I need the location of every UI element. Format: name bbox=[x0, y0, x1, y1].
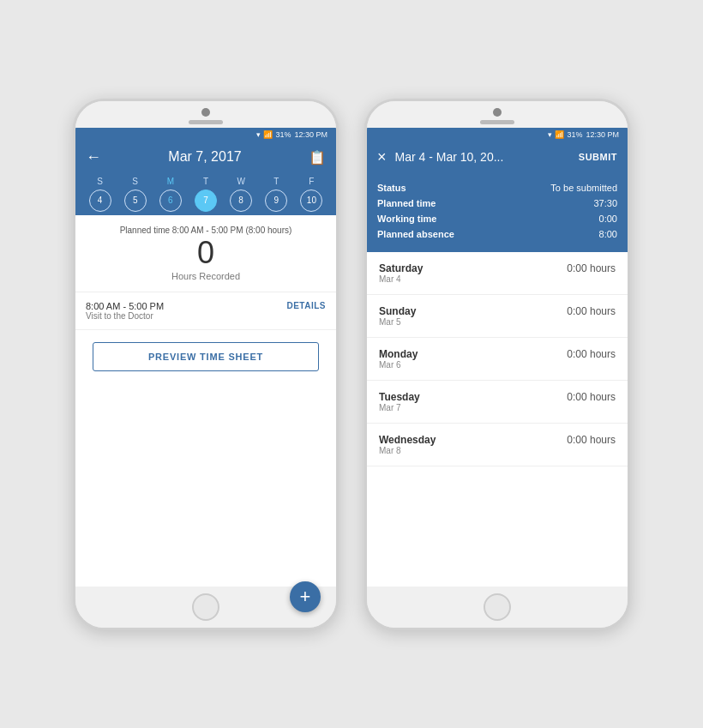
phone-2: ▾ 📶 31% 12:30 PM × Mar 4 - Mar 10, 20...… bbox=[364, 99, 630, 630]
day-label-1: S bbox=[132, 177, 138, 186]
app-header-2: × Mar 4 - Mar 10, 20... SUBMIT bbox=[367, 141, 628, 173]
preview-timesheet-button[interactable]: PREVIEW TIME SHEET bbox=[93, 342, 319, 371]
tuesday-info: Tuesday Mar 7 bbox=[379, 391, 420, 412]
app-content-2: × Mar 4 - Mar 10, 20... SUBMIT Status To… bbox=[367, 141, 628, 587]
summary-row-0: Status To be submitted bbox=[377, 180, 617, 196]
calendar-week: S 4 S 5 M 6 T 7 bbox=[75, 173, 336, 215]
app-header-1: ← Mar 7, 2017 📋 bbox=[75, 141, 336, 173]
signal-icon: 📶 bbox=[263, 130, 273, 139]
day-col-2[interactable]: M 6 bbox=[159, 177, 182, 212]
battery-pct: 31% bbox=[275, 130, 291, 139]
planned-absence-value: 8:00 bbox=[599, 229, 617, 239]
wifi-icon-2: ▾ bbox=[548, 130, 552, 139]
week-range-title: Mar 4 - Mar 10, 20... bbox=[395, 150, 570, 164]
list-item-sunday[interactable]: Sunday Mar 5 0:00 hours bbox=[367, 295, 628, 338]
signal-icons: ▾ 📶 31% bbox=[256, 130, 291, 139]
back-button[interactable]: ← bbox=[86, 148, 101, 166]
appointment-name: Visit to the Doctor bbox=[86, 311, 164, 321]
planned-time-value: 37:30 bbox=[593, 198, 617, 208]
list-item-tuesday[interactable]: Tuesday Mar 7 0:00 hours bbox=[367, 381, 628, 424]
day-circle-0[interactable]: 4 bbox=[89, 190, 111, 212]
day-circle-2[interactable]: 6 bbox=[159, 190, 182, 212]
close-button[interactable]: × bbox=[377, 148, 387, 166]
day-col-3[interactable]: T 7 bbox=[195, 177, 217, 212]
time-display-2: 12:30 PM bbox=[586, 130, 619, 139]
status-bar-1: ▾ 📶 31% 12:30 PM bbox=[75, 128, 336, 141]
day-label-5: T bbox=[273, 177, 279, 186]
speaker-bar-2 bbox=[480, 120, 514, 124]
appointment-info: 8:00 AM - 5:00 PM Visit to the Doctor bbox=[86, 301, 164, 321]
day-col-1[interactable]: S 5 bbox=[124, 177, 147, 212]
planned-absence-label: Planned absence bbox=[377, 229, 454, 239]
wednesday-info: Wednesday Mar 8 bbox=[379, 434, 436, 455]
day-label-2: M bbox=[167, 177, 174, 186]
day-col-6[interactable]: F 10 bbox=[300, 177, 322, 212]
summary-table: Status To be submitted Planned time 37:3… bbox=[367, 173, 628, 252]
summary-row-1: Planned time 37:30 bbox=[377, 196, 617, 211]
summary-row-3: Planned absence 8:00 bbox=[377, 226, 617, 242]
home-button[interactable] bbox=[192, 593, 219, 621]
day-list: Saturday Mar 4 0:00 hours Sunday Mar 5 0… bbox=[367, 252, 628, 587]
day-circle-6[interactable]: 10 bbox=[300, 190, 322, 212]
fab-add-button[interactable]: + bbox=[290, 581, 321, 587]
list-item-wednesday[interactable]: Wednesday Mar 8 0:00 hours bbox=[367, 424, 628, 466]
day-col-4[interactable]: W 8 bbox=[230, 177, 252, 212]
list-item-saturday[interactable]: Saturday Mar 4 0:00 hours bbox=[367, 252, 628, 295]
working-time-value: 0:00 bbox=[599, 214, 617, 224]
signal-icon-2: 📶 bbox=[555, 130, 564, 139]
planned-time-label: Planned time bbox=[377, 198, 436, 208]
header-title-1: Mar 7, 2017 bbox=[168, 149, 241, 165]
preview-btn-area: PREVIEW TIME SHEET bbox=[75, 330, 336, 383]
time-display: 12:30 PM bbox=[294, 130, 327, 139]
signal-icons-2: ▾ 📶 31% bbox=[548, 130, 582, 139]
camera-dot bbox=[201, 108, 210, 117]
planned-time-text: Planned time 8:00 AM - 5:00 PM (8:00 hou… bbox=[120, 226, 292, 235]
camera-dot-2 bbox=[493, 108, 502, 117]
speaker-bar bbox=[189, 120, 223, 124]
day-label-4: W bbox=[237, 177, 244, 186]
day-circle-4[interactable]: 8 bbox=[230, 190, 252, 212]
day-label-3: T bbox=[203, 177, 208, 186]
status-bar-2: ▾ 📶 31% 12:30 PM bbox=[367, 128, 628, 141]
details-link[interactable]: DETAILS bbox=[286, 301, 326, 310]
appointment-row: 8:00 AM - 5:00 PM Visit to the Doctor DE… bbox=[75, 292, 336, 330]
day-col-0[interactable]: S 4 bbox=[89, 177, 111, 212]
phone-2-top bbox=[367, 101, 628, 128]
wifi-icon: ▾ bbox=[256, 130, 261, 139]
sunday-info: Sunday Mar 5 bbox=[379, 305, 416, 327]
battery-pct-2: 31% bbox=[567, 130, 582, 139]
day-circle-3[interactable]: 7 bbox=[195, 190, 217, 212]
monday-info: Monday Mar 6 bbox=[379, 348, 418, 370]
app-content-1: ← Mar 7, 2017 📋 S 4 S 5 M 6 bbox=[75, 141, 336, 587]
hours-label: Hours Recorded bbox=[171, 271, 240, 281]
day-col-5[interactable]: T 9 bbox=[265, 177, 287, 212]
list-item-monday[interactable]: Monday Mar 6 0:00 hours bbox=[367, 338, 628, 381]
day-circle-1[interactable]: 5 bbox=[124, 190, 147, 212]
saturday-info: Saturday Mar 4 bbox=[379, 262, 423, 284]
working-time-label: Working time bbox=[377, 214, 436, 224]
appointment-time: 8:00 AM - 5:00 PM bbox=[86, 301, 164, 311]
phone-1-top bbox=[75, 101, 336, 128]
summary-row-2: Working time 0:00 bbox=[377, 211, 617, 226]
home-button-2[interactable] bbox=[484, 593, 511, 621]
phone-1: ▾ 📶 31% 12:30 PM ← Mar 7, 2017 📋 S 4 S 5 bbox=[73, 99, 339, 630]
day-circle-5[interactable]: 9 bbox=[265, 190, 287, 212]
day-label-0: S bbox=[97, 177, 103, 186]
status-label: Status bbox=[377, 183, 406, 193]
status-value: To be submitted bbox=[550, 183, 617, 193]
day-label-6: F bbox=[309, 177, 314, 186]
submit-button[interactable]: SUBMIT bbox=[579, 152, 617, 162]
phone-2-bottom bbox=[367, 587, 628, 628]
calendar-icon-button[interactable]: 📋 bbox=[309, 149, 326, 165]
hours-number: 0 bbox=[197, 235, 214, 271]
day-details: Planned time 8:00 AM - 5:00 PM (8:00 hou… bbox=[75, 215, 336, 292]
